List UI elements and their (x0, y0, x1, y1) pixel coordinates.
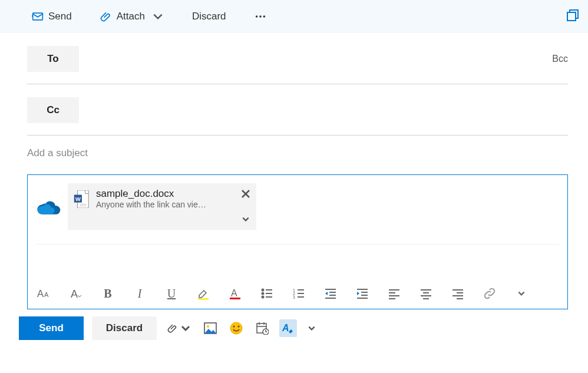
align-center-icon (420, 288, 432, 299)
remove-attachment-button[interactable] (241, 188, 250, 201)
font-size-button[interactable]: AA (37, 286, 51, 301)
numbered-list-button[interactable]: 123 (292, 286, 306, 301)
bullet-list-icon (261, 288, 273, 299)
svg-rect-14 (198, 298, 209, 300)
more-formatting-button[interactable] (514, 286, 528, 301)
svg-point-17 (262, 289, 264, 291)
schedule-send-button[interactable] (253, 319, 271, 337)
more-actions-button[interactable] (249, 7, 272, 26)
insert-emoji-button[interactable] (227, 319, 245, 337)
send-icon (32, 11, 44, 22)
to-field-row: To Bcc (27, 33, 568, 84)
svg-text:A: A (71, 288, 78, 300)
attach-button-top[interactable]: Attach (94, 7, 170, 26)
attachment-card[interactable]: W sample_doc.docx Anyone with the link c… (68, 183, 256, 230)
attachment-options-button[interactable] (242, 215, 250, 225)
chevron-down-icon (517, 289, 526, 298)
close-icon (241, 189, 250, 199)
send-label: Send (48, 11, 72, 22)
increase-indent-button[interactable] (355, 286, 369, 301)
paperclip-icon (100, 11, 112, 22)
subject-row (27, 136, 568, 171)
numbered-list-icon: 123 (293, 288, 305, 299)
message-body-editor[interactable] (36, 244, 559, 278)
indent-icon (356, 288, 368, 299)
font-family-button[interactable]: A (69, 286, 83, 301)
highlight-button[interactable] (196, 286, 210, 301)
compose-bottom-bar: Send Discard A (19, 309, 568, 340)
chevron-down-icon (180, 322, 191, 334)
svg-rect-5 (567, 12, 576, 21)
svg-point-1 (255, 15, 257, 18)
discard-label: Discard (192, 11, 226, 22)
attach-button-bottom[interactable] (165, 320, 193, 336)
emoji-icon (230, 322, 243, 335)
cc-button[interactable]: Cc (27, 97, 79, 123)
svg-point-50 (207, 325, 209, 328)
align-left-icon (388, 288, 400, 299)
ellipsis-icon (255, 11, 266, 22)
discard-button-top[interactable]: Discard (186, 7, 232, 26)
attachment-filename: sample_doc.docx (96, 188, 234, 200)
svg-point-21 (262, 296, 264, 298)
signature-button[interactable]: A (279, 319, 297, 337)
insert-link-button[interactable] (483, 286, 497, 301)
highlight-icon (197, 287, 210, 300)
calendar-clock-icon (256, 322, 269, 335)
compose-top-toolbar: Send Attach Discard (0, 0, 588, 33)
chevron-down-icon (152, 11, 164, 22)
attach-label: Attach (117, 11, 145, 22)
svg-text:A: A (231, 288, 237, 298)
picture-icon (204, 322, 217, 334)
svg-point-19 (262, 293, 264, 295)
italic-button[interactable]: I (133, 286, 147, 301)
align-right-button[interactable] (451, 286, 465, 301)
send-button-bottom[interactable]: Send (19, 316, 84, 340)
svg-rect-16 (230, 298, 240, 299)
onedrive-icon (36, 198, 62, 216)
font-size-icon: AA (37, 287, 51, 300)
open-in-new-window-button[interactable] (566, 8, 580, 25)
chevron-down-icon (308, 324, 316, 332)
font-icon: A (70, 287, 82, 300)
svg-point-52 (233, 326, 235, 328)
svg-point-53 (238, 326, 240, 328)
insert-picture-button[interactable] (201, 320, 219, 336)
bullet-list-button[interactable] (260, 286, 274, 301)
attachment-row: W sample_doc.docx Anyone with the link c… (36, 183, 559, 230)
svg-text:A: A (44, 291, 49, 298)
svg-point-3 (263, 15, 265, 18)
svg-text:A: A (282, 323, 289, 333)
svg-point-51 (230, 322, 242, 334)
svg-text:A: A (37, 288, 44, 299)
bcc-link[interactable]: Bcc (552, 54, 568, 64)
subject-input[interactable] (27, 147, 568, 159)
align-center-button[interactable] (419, 286, 433, 301)
formatting-toolbar: AA A B I U A 123 (36, 278, 559, 309)
chevron-down-icon (242, 215, 250, 223)
signature-icon: A (282, 322, 295, 335)
compose-form: To Bcc Cc W sampl (0, 33, 588, 340)
align-right-icon (452, 288, 464, 299)
align-left-button[interactable] (387, 286, 401, 301)
svg-text:W: W (75, 196, 81, 202)
discard-button-bottom[interactable]: Discard (92, 316, 157, 340)
svg-text:3: 3 (293, 295, 295, 299)
popout-icon (566, 8, 580, 22)
decrease-indent-button[interactable] (323, 286, 338, 301)
underline-button[interactable]: U (164, 286, 179, 301)
svg-point-2 (259, 15, 262, 18)
send-button-top[interactable]: Send (26, 7, 78, 26)
word-file-icon: W (74, 190, 89, 208)
attachment-info: sample_doc.docx Anyone with the link can… (96, 188, 234, 209)
font-color-button[interactable]: A (228, 286, 242, 301)
more-options-bottom[interactable] (305, 322, 318, 335)
message-body-container: W sample_doc.docx Anyone with the link c… (27, 174, 568, 309)
bold-button[interactable]: B (101, 286, 115, 301)
paperclip-icon (167, 322, 178, 334)
to-button[interactable]: To (27, 46, 79, 72)
outdent-icon (325, 288, 336, 299)
attachment-permission: Anyone with the link can view and ... (96, 200, 208, 209)
link-icon (483, 287, 496, 300)
font-color-icon: A (229, 287, 242, 300)
